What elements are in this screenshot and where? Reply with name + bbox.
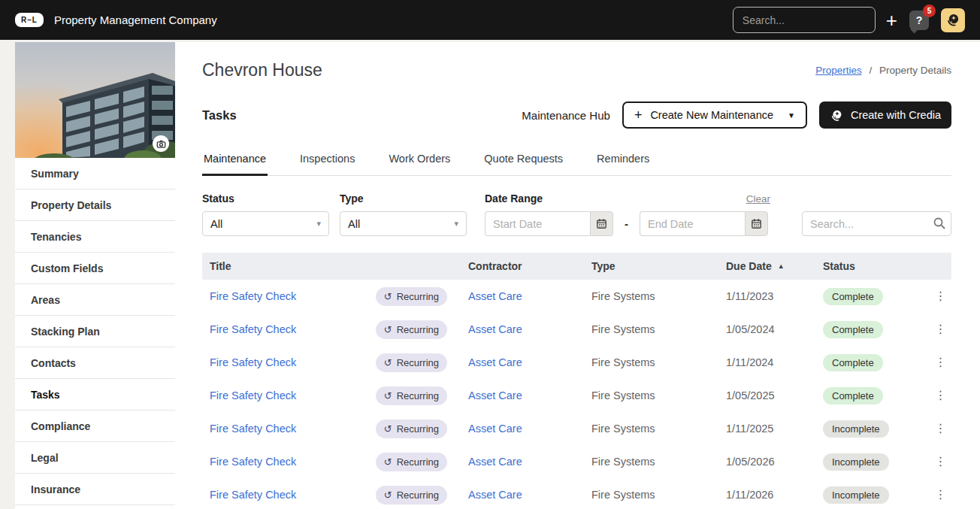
contractor-link[interactable]: Asset Care xyxy=(468,356,522,368)
recurring-icon: ↺ xyxy=(384,324,392,335)
sidebar-item[interactable]: Property Details xyxy=(15,189,175,221)
type-filter-select[interactable]: All ▾ xyxy=(340,211,467,236)
row-menu-button[interactable]: ⋮ xyxy=(935,389,947,401)
create-with-credia-label: Create with Credia xyxy=(851,109,941,121)
contractor-link[interactable]: Asset Care xyxy=(468,323,522,335)
sidebar-item[interactable]: Stacking Plan xyxy=(15,316,175,347)
status-badge: Complete xyxy=(823,387,883,404)
calendar-icon xyxy=(596,218,607,229)
tab[interactable]: Reminders xyxy=(595,145,651,176)
breadcrumb-current: Property Details xyxy=(879,65,951,76)
task-title-link[interactable]: Fire Safety Check xyxy=(210,290,296,302)
breadcrumb-properties-link[interactable]: Properties xyxy=(815,65,862,76)
table-header-row: Title Contractor Type Due Date ▲ Status xyxy=(202,253,951,280)
recurring-badge: ↺ Recurring xyxy=(376,386,447,405)
column-header-contractor[interactable]: Contractor xyxy=(468,260,591,272)
row-menu-button[interactable]: ⋮ xyxy=(935,356,947,368)
column-header-due-date[interactable]: Due Date ▲ xyxy=(726,260,823,272)
sidebar-item[interactable]: Areas xyxy=(15,284,175,316)
start-date-input[interactable] xyxy=(485,211,590,236)
end-date-input[interactable] xyxy=(640,211,745,236)
end-date-calendar-button[interactable] xyxy=(745,211,768,236)
row-menu-button[interactable]: ⋮ xyxy=(935,423,947,435)
task-type: Fire Systems xyxy=(591,356,726,368)
logo-text: R–L xyxy=(21,16,38,24)
column-header-type[interactable]: Type xyxy=(591,260,726,272)
row-menu-button[interactable]: ⋮ xyxy=(935,489,947,501)
row-menu-button[interactable]: ⋮ xyxy=(935,323,947,335)
tab[interactable]: Inspections xyxy=(298,145,356,176)
global-search-input[interactable] xyxy=(733,7,876,33)
recurring-icon: ↺ xyxy=(384,291,392,302)
recurring-icon: ↺ xyxy=(384,489,392,501)
type-filter-value: All xyxy=(348,218,360,230)
contractor-link[interactable]: Asset Care xyxy=(468,489,522,501)
status-filter-select[interactable]: All ▾ xyxy=(202,211,329,236)
add-button[interactable]: + xyxy=(886,11,897,30)
sidebar-item[interactable]: Summary xyxy=(15,158,175,189)
property-sidebar: Summary Property Details Tenancies Custo… xyxy=(15,42,175,509)
create-with-credia-button[interactable]: Create with Credia xyxy=(819,101,951,129)
task-due-date: 1/11/2024 xyxy=(726,356,823,368)
contractor-link[interactable]: Asset Care xyxy=(468,389,522,401)
column-header-title[interactable]: Title xyxy=(202,260,468,272)
tab[interactable]: Maintenance xyxy=(202,145,268,176)
recurring-badge: ↺ Recurring xyxy=(376,420,447,438)
start-date-calendar-button[interactable] xyxy=(590,211,613,236)
task-title-link[interactable]: Fire Safety Check xyxy=(210,489,296,501)
task-title-link[interactable]: Fire Safety Check xyxy=(210,423,296,435)
recurring-icon: ↺ xyxy=(384,456,392,468)
task-title-link[interactable]: Fire Safety Check xyxy=(210,389,296,401)
top-bar: R–L Property Management Company + ? 5 xyxy=(0,0,980,40)
clear-filters-link[interactable]: Clear xyxy=(746,193,770,205)
sidebar-item[interactable]: Contacts xyxy=(15,347,175,379)
filter-bar: Status All ▾ Type All ▾ Date Range Clear xyxy=(202,192,951,236)
sidebar-item[interactable]: Legal xyxy=(15,442,175,474)
property-photo xyxy=(15,42,175,158)
sidebar-item[interactable]: Tenancies xyxy=(15,221,175,253)
change-photo-button[interactable] xyxy=(153,135,169,152)
contractor-link[interactable]: Asset Care xyxy=(468,290,522,302)
task-title-link[interactable]: Fire Safety Check xyxy=(210,356,296,368)
task-title-link[interactable]: Fire Safety Check xyxy=(210,323,296,335)
building-photo-illustration xyxy=(15,42,175,158)
recurring-badge: ↺ Recurring xyxy=(376,287,447,306)
row-menu-button[interactable]: ⋮ xyxy=(935,290,947,302)
tab[interactable]: Quote Requests xyxy=(482,145,564,176)
column-header-status[interactable]: Status xyxy=(823,260,930,272)
recurring-icon: ↺ xyxy=(384,357,392,368)
sidebar-item[interactable]: Tasks xyxy=(15,379,175,411)
table-row: Fire Safety Check ↺ Recurring Asset Care… xyxy=(202,478,951,509)
help-button[interactable]: ? 5 xyxy=(909,11,929,30)
sidebar-item[interactable]: Custom Fields xyxy=(15,253,175,284)
task-due-date: 1/11/2026 xyxy=(726,489,823,501)
recurring-badge: ↺ Recurring xyxy=(376,320,447,339)
status-badge: Incomplete xyxy=(823,420,889,438)
search-icon[interactable] xyxy=(933,217,946,230)
company-logo[interactable]: R–L xyxy=(15,13,44,27)
task-due-date: 1/11/2025 xyxy=(726,423,823,435)
sort-ascending-icon: ▲ xyxy=(778,262,785,270)
recurring-badge: ↺ Recurring xyxy=(376,453,447,471)
tab[interactable]: Work Orders xyxy=(387,145,452,176)
create-new-maintenance-button[interactable]: + Create New Maintenance ▼ xyxy=(622,101,807,129)
table-search-input[interactable] xyxy=(802,211,951,236)
status-badge: Complete xyxy=(823,321,883,338)
table-body: Fire Safety Check ↺ Recurring Asset Care… xyxy=(202,280,951,509)
breadcrumb: Properties / Property Details xyxy=(815,65,951,76)
table-row: Fire Safety Check ↺ Recurring Asset Care… xyxy=(202,445,951,478)
task-type: Fire Systems xyxy=(591,323,726,335)
status-badge: Complete xyxy=(823,288,883,305)
row-menu-button[interactable]: ⋮ xyxy=(935,456,947,468)
plus-icon: + xyxy=(634,108,643,123)
contractor-link[interactable]: Asset Care xyxy=(468,456,522,468)
task-due-date: 1/11/2023 xyxy=(726,290,823,302)
chevron-down-icon: ▾ xyxy=(454,219,458,229)
sidebar-item[interactable]: Insurance xyxy=(15,474,175,505)
tasks-tabs: Maintenance Inspections Work Orders Quot… xyxy=(202,145,951,176)
credia-assistant-button[interactable] xyxy=(941,8,965,32)
task-title-link[interactable]: Fire Safety Check xyxy=(210,456,296,468)
contractor-link[interactable]: Asset Care xyxy=(468,423,522,435)
camera-icon xyxy=(156,139,166,149)
sidebar-item[interactable]: Compliance xyxy=(15,411,175,442)
